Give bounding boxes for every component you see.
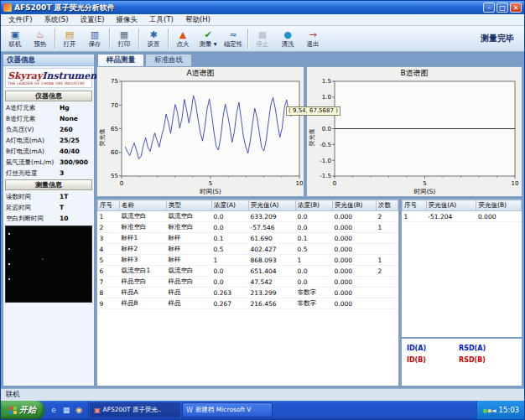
system-tray: ●▪◄ 15:03 [476, 401, 524, 419]
titlebar: AFS200T 原子荧光分析软件 – □ ✕ [1, 1, 524, 14]
info-value: 300/900 [60, 158, 88, 166]
media-player-icon[interactable]: ◉ [74, 405, 84, 415]
menu-item-3[interactable]: 摄像头 [111, 15, 144, 25]
table-row[interactable]: 1载流空白载流空白0.0633.2090.00.0002 [98, 211, 398, 222]
svg-text:10: 10 [512, 180, 519, 187]
ignite-button[interactable]: ▲点火 [170, 27, 195, 51]
table-header-row: 序号名称类型浓度(A)荧光值(A)浓度(B)荧光值(B)次数 [98, 200, 398, 211]
tab-standard-curve[interactable]: 标准曲线 [145, 54, 192, 66]
close-button[interactable]: ✕ [510, 3, 522, 13]
column-header[interactable]: 浓度(A) [212, 200, 249, 211]
info-label: A灯电流(mA) [6, 137, 60, 145]
column-header[interactable]: 类型 [167, 200, 212, 211]
tab-sample-measurement[interactable]: 样品测量 [97, 54, 144, 66]
tabstrip: 样品测量标准曲线 [96, 54, 522, 66]
start-button[interactable]: 开始 [1, 401, 44, 419]
chart-b-plot: -1.5-1.0-0.50.00.51.01.50510时间(S) [316, 78, 522, 196]
measure-icon: ✔ [204, 30, 211, 40]
stop-icon: ■ [258, 30, 267, 40]
table-row[interactable]: 2标准空白标准空白0.0-57.5460.00.0001 [98, 222, 398, 233]
column-header[interactable]: 荧光值(B) [476, 200, 522, 211]
info-label: 读数时间 [6, 193, 60, 201]
table-row[interactable]: 9样品B样品0.267216.456非数字0.000 [98, 298, 398, 309]
table-row[interactable]: 8样品A样品0.263213.299非数字0.000 [98, 288, 398, 298]
toolbar-separator [247, 29, 248, 49]
exit-button[interactable]: →退出 [300, 27, 325, 51]
svg-text:-1.5: -1.5 [320, 173, 331, 179]
taskbar-task-0[interactable]: ▣AFS200T 原子荧光.. [90, 402, 180, 417]
svg-text:0: 0 [333, 180, 336, 187]
instrument-info-rows: A道灯元素HgB道灯元素None负高压(V)260A灯电流(mA)25/25B灯… [3, 102, 94, 179]
table-row[interactable]: 4标样2标样0.5402.4270.50.000 [98, 244, 398, 255]
tray-icons: ●▪◄ [482, 406, 496, 414]
info-row: B道灯元素None [3, 113, 94, 124]
info-value: 25/25 [60, 137, 80, 144]
maximize-button[interactable]: □ [496, 3, 508, 13]
menu-item-0[interactable]: 文件(F) [3, 15, 39, 25]
taskbar-task-1[interactable]: W新建档 Microsoft V [182, 402, 273, 417]
table-row[interactable]: 6载流空白1载流空白0.0651.4040.00.0002 [98, 266, 398, 277]
info-value: Hg [60, 104, 70, 111]
connect-button[interactable]: ▣联机 [3, 27, 28, 51]
info-value: T [60, 204, 64, 211]
save-button[interactable]: ▥保存 [82, 27, 107, 51]
menu-item-5[interactable]: 帮助(H) [179, 15, 216, 25]
stability-button[interactable]: ≈稳定性 [221, 27, 246, 51]
svg-text:-0.5: -0.5 [320, 142, 331, 148]
info-row: A灯电流(mA)25/25 [3, 135, 94, 146]
window-title: AFS200T 原子荧光分析软件 [14, 3, 481, 13]
windows-flag-icon [9, 407, 17, 414]
logo-tagline: THE LEADER OF CHINA XRF INDUSTRY [8, 81, 90, 86]
table-row[interactable]: 5标样3标样1868.09310.0001 [98, 255, 398, 266]
chart-a-plot: 55606570750510时间(S) [107, 78, 304, 196]
column-header[interactable]: 荧光值(A) [426, 200, 476, 211]
status-text: 联机 [6, 390, 20, 400]
minimize-button[interactable]: – [483, 3, 495, 13]
table-row[interactable]: 1-51.2040.000 [403, 211, 522, 222]
stats-box: ID(A) RSD(A) ID(B) RSD(B) [402, 337, 522, 386]
task-buttons: ▣AFS200T 原子荧光..W新建档 Microsoft V [89, 401, 476, 419]
column-header[interactable]: 序号 [403, 200, 427, 211]
column-header[interactable]: 次数 [377, 200, 398, 211]
bottom-row: 序号名称类型浓度(A)荧光值(A)浓度(B)荧光值(B)次数1载流空白载流空白0… [96, 199, 522, 386]
menu-item-4[interactable]: 工具(T) [143, 15, 179, 25]
svg-text:5: 5 [209, 180, 212, 187]
info-value: 40/40 [60, 148, 80, 155]
info-value: 260 [60, 126, 73, 133]
info-value: None [60, 115, 78, 122]
column-header[interactable]: 名称 [120, 200, 167, 211]
svg-text:55: 55 [111, 173, 118, 179]
measure-button[interactable]: ✔测量 ▾ [195, 27, 221, 51]
volume-icon[interactable]: ◄ [491, 407, 496, 414]
sample-table: 序号名称类型浓度(A)荧光值(A)浓度(B)荧光值(B)次数1载流空白载流空白0… [97, 200, 398, 309]
table-row[interactable]: 3标样1标样0.161.6900.10.000 [98, 233, 398, 244]
open-button[interactable]: ▤打开 [57, 27, 82, 51]
print-button[interactable]: ▦打印 [112, 27, 137, 51]
client-area: 仪器信息 SkyrayInstrument THE LEADER OF CHIN… [1, 52, 524, 388]
measure-status-text: 测量完毕 [481, 33, 514, 44]
chart-b-panel: B道谱图 荧光值 -1.5-1.0-0.50.00.51.01.50510时间(… [306, 66, 522, 197]
column-header[interactable]: 荧光值(A) [249, 200, 296, 211]
exit-icon: → [309, 30, 316, 40]
logo-brand: Skyray [8, 70, 42, 81]
stop-button[interactable]: ■停止 [250, 27, 275, 51]
ignite-icon: ▲ [179, 30, 186, 40]
info-row: 负高压(V)260 [3, 124, 94, 135]
info-label: 氩气流量(mL/m) [6, 158, 60, 167]
left-panel-caption: 仪器信息 [3, 54, 94, 66]
preheat-button[interactable]: ♨预热 [28, 27, 53, 51]
column-header[interactable]: 荧光值(B) [333, 200, 377, 211]
column-header[interactable]: 序号 [98, 200, 120, 211]
task-icon: W [186, 407, 193, 414]
settings-button[interactable]: ✱设置 [141, 27, 166, 51]
column-header[interactable]: 浓度(B) [296, 200, 333, 211]
table-row[interactable]: 7样品空白样品空白0.047.5420.00.000 [98, 277, 398, 288]
show-desktop-icon[interactable]: ▦ [61, 405, 71, 415]
ie-icon[interactable]: e [49, 405, 59, 415]
menu-item-2[interactable]: 设置(E) [75, 15, 111, 25]
info-label: 负高压(V) [6, 126, 60, 134]
stats-row-a: ID(A) RSD(A) [407, 342, 517, 354]
chart-tooltip: ( 9.54, 67.5687 ) [286, 106, 340, 116]
clean-button[interactable]: ●清洗 [275, 27, 300, 51]
menu-item-1[interactable]: 系统(S) [39, 15, 75, 25]
